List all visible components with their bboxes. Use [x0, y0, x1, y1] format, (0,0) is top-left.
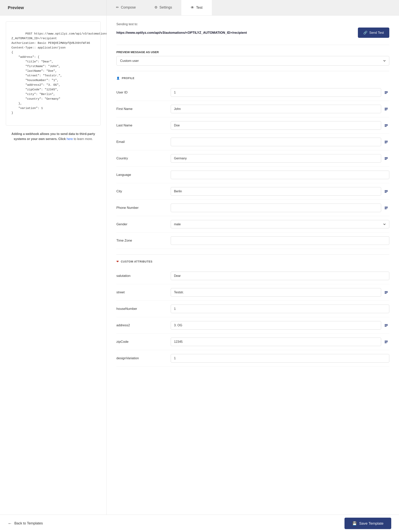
svg-rect-4 [385, 109, 388, 109]
form-row-zip-code: zipCode [116, 334, 389, 350]
data-icon-country[interactable] [383, 155, 389, 162]
data-icon-zip-code[interactable] [383, 339, 389, 345]
input-first-name[interactable] [171, 105, 381, 113]
label-city: City [116, 190, 167, 193]
input-phone[interactable] [171, 203, 381, 212]
input-wrapper-street [171, 288, 389, 297]
tab-settings[interactable]: ⚙ Settings [145, 0, 181, 15]
input-wrapper-timezone [171, 236, 389, 245]
svg-rect-18 [385, 207, 388, 207]
form-row-design-variation: designVariation [116, 350, 389, 367]
input-wrapper-zip-code [171, 337, 389, 346]
input-language[interactable] [171, 171, 389, 179]
heart-icon: ❤ [116, 260, 119, 263]
svg-rect-1 [385, 92, 388, 93]
svg-rect-28 [385, 342, 388, 342]
svg-rect-15 [385, 190, 388, 191]
svg-rect-3 [385, 108, 388, 108]
label-house-number: houseNumber [116, 307, 167, 311]
gear-icon: ⚙ [154, 5, 157, 10]
svg-rect-2 [385, 93, 386, 94]
left-panel: POST https://www.optilyz.com/api/v3/auto… [0, 15, 107, 514]
form-row-first-name: First Name [116, 101, 389, 117]
input-street[interactable] [171, 288, 381, 297]
form-row-salutation: salutation [116, 268, 389, 284]
data-icon-address2[interactable] [383, 322, 389, 329]
svg-rect-19 [385, 208, 388, 208]
label-timezone: Time Zone [116, 239, 167, 242]
form-row-phone: Phone Number [116, 200, 389, 216]
tabs-area: ✏ Compose ⚙ Settings 👁 Test [107, 0, 399, 15]
input-user-id[interactable] [171, 88, 381, 97]
preview-message-label: PREVIEW MESSAGE AS USER [116, 51, 389, 54]
form-row-street: street [116, 284, 389, 301]
form-row-gender: Gender male female other [116, 216, 389, 233]
label-salutation: salutation [116, 274, 167, 278]
send-test-button[interactable]: 🔗 Send Test [358, 27, 389, 38]
input-timezone[interactable] [171, 236, 389, 245]
data-icon-user-id[interactable] [383, 89, 389, 95]
user-select[interactable]: Custom user John Doe Jane Doe [116, 56, 389, 65]
data-icon-last-name[interactable] [383, 122, 389, 128]
label-phone: Phone Number [116, 206, 167, 210]
svg-rect-25 [385, 325, 388, 326]
sending-test-url-row: https://www.optilyz.com/api/v3/automatio… [116, 27, 389, 38]
data-icon-email[interactable] [383, 139, 389, 145]
data-icon-first-name[interactable] [383, 106, 389, 112]
svg-rect-21 [385, 291, 388, 292]
svg-rect-6 [385, 124, 388, 125]
data-icon-city[interactable] [383, 188, 389, 195]
divider-2 [116, 71, 389, 71]
data-icon-phone[interactable] [383, 205, 389, 211]
label-address2: address2 [116, 323, 167, 327]
label-last-name: Last Name [116, 124, 167, 127]
form-row-address2: address2 [116, 317, 389, 334]
svg-rect-8 [385, 126, 386, 127]
divider-1 [116, 45, 389, 45]
webhook-info: Adding a webhook allows you to send data… [6, 132, 101, 141]
form-row-house-number: houseNumber [116, 301, 389, 317]
input-wrapper-design-variation [171, 354, 389, 362]
svg-rect-22 [385, 292, 388, 293]
svg-rect-0 [385, 91, 388, 92]
input-last-name[interactable] [171, 121, 381, 130]
input-salutation[interactable] [171, 272, 389, 280]
svg-rect-16 [385, 191, 388, 192]
svg-rect-29 [385, 342, 386, 343]
tab-test[interactable]: 👁 Test [181, 0, 212, 15]
input-house-number[interactable] [171, 304, 389, 313]
input-country[interactable] [171, 154, 381, 163]
svg-rect-17 [385, 192, 386, 193]
label-zip-code: zipCode [116, 340, 167, 344]
input-address2[interactable] [171, 321, 381, 329]
input-wrapper-salutation [171, 272, 389, 280]
input-wrapper-user-id [171, 88, 389, 97]
back-to-templates-link[interactable]: ← Back to Templates [8, 521, 43, 526]
data-icon-street[interactable] [383, 289, 389, 296]
svg-rect-26 [385, 326, 386, 327]
label-gender: Gender [116, 222, 167, 226]
input-wrapper-house-number [171, 304, 389, 313]
input-email[interactable] [171, 138, 381, 146]
svg-rect-11 [385, 143, 386, 143]
input-wrapper-language [171, 171, 389, 179]
preview-user-section: PREVIEW MESSAGE AS USER Custom user John… [116, 51, 389, 65]
header-title: Preview [0, 0, 107, 15]
input-wrapper-gender: male female other [171, 220, 389, 228]
save-template-button[interactable]: 💾 Save Template [345, 518, 391, 529]
input-wrapper-first-name [171, 105, 389, 113]
right-panel: Sending test to: https://www.optilyz.com… [107, 15, 399, 514]
tab-compose[interactable]: ✏ Compose [107, 0, 145, 15]
label-email: Email [116, 140, 167, 144]
link-icon: 🔗 [363, 31, 367, 35]
webhook-learn-more-link[interactable]: here [66, 137, 73, 140]
form-row-city: City [116, 183, 389, 200]
input-wrapper-address2 [171, 321, 389, 329]
profile-section-header: 👤 PROFILE [116, 76, 389, 80]
input-design-variation[interactable] [171, 354, 389, 362]
input-city[interactable] [171, 187, 381, 196]
gender-select[interactable]: male female other [171, 220, 389, 228]
input-wrapper-phone [171, 203, 389, 212]
input-zip-code[interactable] [171, 337, 381, 346]
form-row-user-id: User ID [116, 84, 389, 101]
